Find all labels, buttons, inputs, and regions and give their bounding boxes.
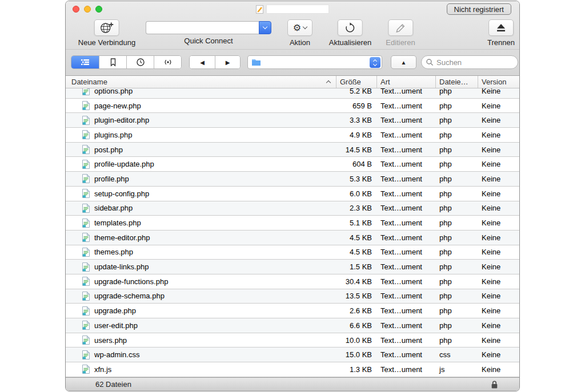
file-name: upgrade-schema.php: [94, 292, 165, 300]
column-header-version[interactable]: Version: [478, 76, 519, 88]
table-row[interactable]: plugin-editor.php3.3 KBText…umentphpKein…: [66, 113, 519, 128]
table-row[interactable]: upgrade-schema.php13.5 KBText…umentphpKe…: [66, 289, 519, 304]
table-row[interactable]: post.php14.5 KBText…umentphpKeine: [66, 143, 519, 157]
path-dropdown[interactable]: [247, 55, 382, 69]
table-row[interactable]: wp-admin.css15.0 KBText…umentcssKeine: [66, 347, 519, 362]
disconnect-button[interactable]: Trennen: [487, 19, 515, 47]
table-row[interactable]: themes.php4.5 KBText…umentphpKeine: [66, 245, 519, 260]
chevron-down-icon: [303, 25, 307, 29]
quick-connect-input[interactable]: [146, 21, 259, 34]
file-name-cell: theme-editor.php: [66, 231, 336, 245]
table-row[interactable]: profile-update.php604 BText…umentphpKein…: [66, 157, 519, 172]
close-button[interactable]: [73, 6, 79, 13]
table-row[interactable]: setup-config.php6.0 KBText…umentphpKeine: [66, 187, 519, 201]
file-name-cell: upgrade-schema.php: [66, 289, 336, 304]
file-version: Keine: [478, 260, 519, 274]
file-version: Keine: [478, 333, 519, 347]
file-extension: php: [436, 201, 478, 216]
outline-view-button[interactable]: [71, 56, 99, 68]
forward-button[interactable]: ▶: [215, 56, 240, 68]
minimize-button[interactable]: [84, 6, 91, 13]
refresh-button[interactable]: Aktualisieren: [329, 19, 371, 47]
history-navigation: ◀ ▶: [189, 55, 241, 69]
table-row[interactable]: upgrade-functions.php30.4 KBText…umentph…: [66, 274, 519, 289]
file-version: Keine: [478, 231, 519, 245]
table-row[interactable]: users.php10.0 KBText…umentphpKeine: [66, 333, 519, 348]
table-row[interactable]: user-edit.php6.6 KBText…umentphpKeine: [66, 318, 519, 333]
file-name-cell: sidebar.php: [66, 201, 336, 216]
document-icon: [256, 5, 263, 14]
bookmarks-view-button[interactable]: [99, 56, 126, 68]
file-version: Keine: [478, 88, 519, 98]
column-header-art[interactable]: Art: [377, 76, 436, 88]
file-version: Keine: [478, 245, 519, 260]
bonjour-view-button[interactable]: [154, 56, 181, 68]
file-name-cell: user-edit.php: [66, 318, 336, 333]
column-header-dateiname[interactable]: Dateiname: [66, 76, 336, 88]
file-name-cell: upgrade.php: [66, 304, 336, 318]
file-name-cell: plugin-editor.php: [66, 113, 336, 127]
column-header-dateiendung[interactable]: Dateie…: [436, 76, 478, 88]
file-size: 14.5 KB: [336, 143, 377, 157]
file-name: plugins.php: [94, 131, 133, 139]
file-icon: [82, 145, 90, 154]
zoom-button[interactable]: [95, 6, 102, 13]
file-version: Keine: [478, 128, 519, 142]
table-row[interactable]: upgrade.php2.6 KBText…umentphpKeine: [66, 304, 519, 318]
parent-directory-button[interactable]: ▲: [391, 55, 416, 69]
file-name-cell: themes.php: [66, 245, 336, 260]
file-version: Keine: [478, 304, 519, 318]
history-view-button[interactable]: [126, 56, 154, 68]
path-stepper-button[interactable]: [370, 57, 380, 68]
column-label: Dateiname: [71, 78, 107, 86]
column-label: Größe: [340, 78, 361, 86]
back-button[interactable]: ◀: [190, 56, 215, 68]
search-field[interactable]: [421, 55, 518, 69]
table-row[interactable]: theme-editor.php4.5 KBText…umentphpKeine: [66, 231, 519, 245]
file-size: 3.3 KB: [336, 113, 377, 127]
table-row[interactable]: update-links.php1.5 KBText…umentphpKeine: [66, 260, 519, 274]
table-row[interactable]: plugins.php4.9 KBText…umentphpKeine: [66, 128, 519, 143]
gear-icon: ⚙: [293, 23, 301, 33]
file-icon: [82, 101, 90, 110]
table-row[interactable]: profile.php5.3 KBText…umentphpKeine: [66, 172, 519, 187]
file-kind: Text…ument: [377, 201, 436, 216]
forward-icon: ▶: [226, 59, 230, 66]
file-size: 10.0 KB: [336, 333, 377, 347]
file-version: Keine: [478, 362, 519, 377]
search-input[interactable]: [436, 58, 511, 67]
file-icon: [82, 306, 90, 316]
file-kind: Text…ument: [377, 274, 436, 289]
file-name: users.php: [94, 336, 127, 345]
edit-label: Editieren: [386, 38, 415, 47]
file-size: 5.3 KB: [336, 172, 377, 186]
registration-badge[interactable]: Nicht registriert: [447, 3, 511, 15]
table-row[interactable]: xfn.js1.3 KBText…umentjsKeine: [66, 362, 519, 377]
file-size: 30.4 KB: [336, 274, 377, 289]
quick-connect-dropdown-button[interactable]: [259, 21, 271, 34]
file-kind: Text…ument: [377, 157, 436, 171]
table-row[interactable]: options.php5.2 KBText…umentphpKeine: [66, 88, 519, 99]
file-icon: [82, 321, 90, 330]
file-name-cell: options.php: [66, 88, 336, 98]
file-kind: Text…ument: [377, 128, 436, 142]
table-row[interactable]: sidebar.php2.3 KBText…umentphpKeine: [66, 201, 519, 216]
new-connection-button[interactable]: Neue Verbindung: [78, 19, 135, 47]
refresh-icon: [344, 22, 356, 34]
file-icon: [82, 160, 90, 169]
file-version: Keine: [478, 99, 519, 113]
column-header-groesse[interactable]: Größe: [336, 76, 377, 88]
file-size: 2.6 KB: [336, 304, 377, 318]
table-row[interactable]: templates.php5.1 KBText…umentphpKeine: [66, 216, 519, 231]
action-button[interactable]: ⚙ Aktion: [287, 19, 312, 47]
file-icon: [82, 219, 90, 228]
edit-button[interactable]: Editieren: [386, 19, 415, 47]
window-title-field: [266, 5, 329, 14]
file-name-cell: profile-update.php: [66, 157, 336, 171]
table-row[interactable]: page-new.php659 BText…umentphpKeine: [66, 99, 519, 114]
refresh-bezel: [338, 19, 363, 36]
file-name: themes.php: [94, 248, 133, 256]
file-name: sidebar.php: [94, 204, 133, 212]
file-count: 62 Dateien: [66, 380, 131, 389]
bookmark-icon: [109, 58, 118, 67]
